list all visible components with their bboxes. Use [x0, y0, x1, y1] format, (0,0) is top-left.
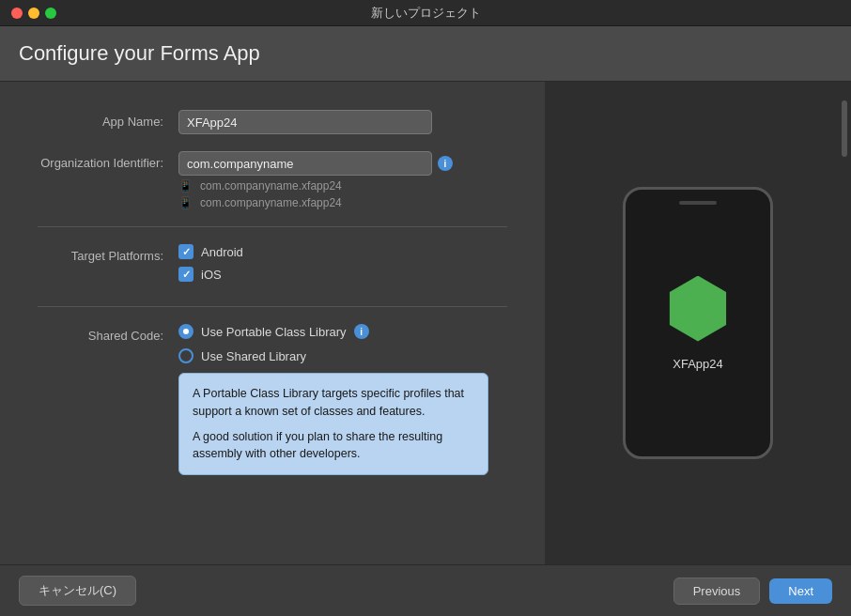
tooltip-line-1: A Portable Class Library targets specifi…: [193, 385, 474, 421]
tooltip-line-2: A good solution if you plan to share the…: [193, 428, 474, 464]
ios-check-mark: ✓: [182, 269, 191, 281]
divider-1: [38, 226, 507, 227]
app-name-input[interactable]: [178, 110, 432, 134]
preview-app-name: XFApp24: [673, 357, 723, 371]
app-name-content: [178, 110, 507, 134]
target-platforms-label: Target Platforms:: [38, 244, 178, 263]
minimize-button[interactable]: [28, 8, 39, 19]
footer: キャンセル(C) Previous Next: [0, 564, 851, 616]
tooltip-box: A Portable Class Library targets specifi…: [178, 373, 488, 475]
footer-left: キャンセル(C): [19, 576, 136, 606]
portable-radio-row: Use Portable Class Library i: [178, 324, 507, 339]
hexagon-icon: [665, 276, 731, 342]
footer-right: Previous Next: [673, 578, 832, 605]
titlebar: 新しいプロジェクト: [0, 0, 851, 26]
maximize-button[interactable]: [45, 8, 56, 19]
org-id-input-row: i: [178, 151, 507, 176]
content-area: App Name: Organization Identifier: i 📱 c…: [0, 82, 851, 564]
android-check-mark: ✓: [182, 246, 191, 258]
target-platforms-row: Target Platforms: ✓ Android ✓ iOS: [38, 244, 507, 289]
shared-library-radio[interactable]: [178, 348, 193, 363]
divider-2: [38, 306, 507, 307]
page-title: Configure your Forms App: [19, 41, 832, 66]
bundle-id-ios-row: 📱 com.companyname.xfapp24: [178, 196, 507, 209]
window-title: 新しいプロジェクト: [371, 5, 481, 22]
org-id-label: Organization Identifier:: [38, 151, 178, 170]
portable-radio[interactable]: [178, 324, 193, 339]
header: Configure your Forms App: [0, 26, 851, 82]
android-checkbox-row: ✓ Android: [178, 244, 507, 259]
org-id-input[interactable]: [178, 151, 432, 176]
bundle-id-android: com.companyname.xfapp24: [200, 179, 342, 192]
close-button[interactable]: [11, 8, 23, 19]
phone-mockup: XFApp24: [623, 187, 773, 459]
ios-label: iOS: [201, 268, 222, 282]
traffic-lights: [11, 8, 56, 19]
cancel-button[interactable]: キャンセル(C): [19, 576, 136, 606]
shared-code-content: Use Portable Class Library i Use Shared …: [178, 324, 507, 475]
app-name-label: App Name:: [38, 110, 178, 129]
app-icon: [665, 276, 731, 342]
target-platforms-content: ✓ Android ✓ iOS: [178, 244, 507, 289]
android-label: Android: [201, 245, 243, 259]
main-container: Configure your Forms App App Name: Organ…: [0, 26, 851, 616]
ios-icon: 📱: [178, 196, 193, 209]
shared-code-info-icon[interactable]: i: [354, 324, 369, 339]
scrollbar[interactable]: [842, 100, 847, 157]
next-button[interactable]: Next: [769, 578, 832, 604]
bundle-id-ios: com.companyname.xfapp24: [200, 196, 342, 209]
android-checkbox[interactable]: ✓: [178, 244, 193, 259]
ios-checkbox-row: ✓ iOS: [178, 267, 507, 282]
android-icon: 📱: [178, 179, 193, 192]
org-id-info-icon[interactable]: i: [438, 156, 453, 171]
portable-radio-label: Use Portable Class Library: [201, 325, 347, 339]
org-id-content: i 📱 com.companyname.xfapp24 📱 com.compan…: [178, 151, 507, 209]
shared-library-radio-label: Use Shared Library: [201, 349, 306, 363]
shared-library-radio-row: Use Shared Library: [178, 348, 507, 363]
bundle-id-android-row: 📱 com.companyname.xfapp24: [178, 179, 507, 192]
app-name-row: App Name:: [38, 110, 507, 134]
preview-panel: XFApp24: [545, 82, 851, 564]
form-panel: App Name: Organization Identifier: i 📱 c…: [0, 82, 545, 564]
ios-checkbox[interactable]: ✓: [178, 267, 193, 282]
previous-button[interactable]: Previous: [673, 578, 761, 605]
shared-code-row: Shared Code: Use Portable Class Library …: [38, 324, 507, 475]
shared-code-label: Shared Code:: [38, 324, 178, 343]
org-id-row: Organization Identifier: i 📱 com.company…: [38, 151, 507, 209]
